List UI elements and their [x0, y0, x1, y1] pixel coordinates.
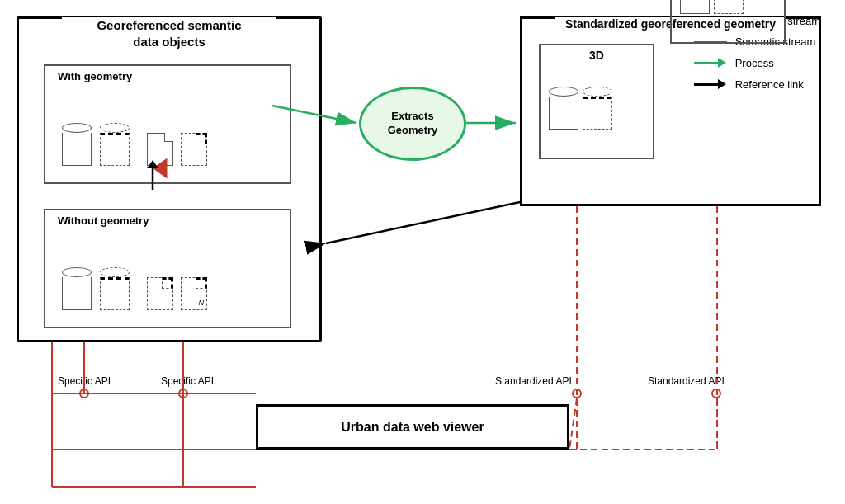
geo-semantic-box: Georeferenced semanticdata objects With … [17, 16, 322, 342]
api-circle-1 [79, 389, 89, 398]
box-3d: 3D [539, 44, 654, 159]
cyl-top-1 [62, 123, 92, 133]
doc-icon-dashed-2 [147, 277, 173, 310]
urban-viewer-box: Urban data web viewer [256, 404, 569, 450]
black-ref-arrow [326, 202, 520, 243]
standardized-api-1-label: Standardized API [495, 375, 572, 387]
cyl-top-2 [100, 123, 130, 133]
extracts-geometry-label: ExtractsGeometry [388, 110, 438, 138]
specific-api-1-label: Specific API [58, 375, 111, 387]
3d-cyl-body-1 [549, 97, 578, 130]
api-circle-4 [711, 389, 721, 398]
diagram-container: { "legend": { "geometric_stream": "Geome… [0, 0, 845, 504]
standardized-api-2-label: Standardized API [648, 375, 725, 387]
2d-cyl-2 [714, 0, 744, 14]
cyl-top-4 [100, 267, 130, 277]
db-cylinder-1 [62, 123, 92, 166]
doc-icon-dashed-3: N [181, 277, 207, 310]
cyl-body-4 [100, 277, 130, 310]
geo-semantic-title: Georeferenced semanticdata objects [62, 17, 276, 49]
cyl-body-3 [62, 277, 92, 310]
std-geo-box: Standardized georeferenced geometry 3D 2… [520, 16, 821, 206]
doc-group-2: N [143, 277, 207, 310]
api-circle-2 [178, 389, 188, 398]
cyl-body-1 [62, 133, 92, 166]
api-circle-3 [572, 389, 582, 398]
doc-group-1 [143, 133, 207, 166]
cyl-body-2 [100, 133, 130, 166]
db-cylinder-3 [62, 267, 92, 310]
with-geometry-title: With geometry [58, 70, 132, 82]
cyl-top-3 [62, 267, 92, 277]
3d-cyl-2 [583, 87, 612, 130]
2d-cyl-body-1 [680, 0, 710, 14]
without-geometry-box: Without geometry N [44, 209, 291, 328]
doc-icon-1 [147, 133, 173, 166]
3d-cyl-body-2 [583, 97, 612, 130]
doc-icon-dashed-1 [181, 133, 207, 166]
red-dashed-right-3 [569, 398, 577, 450]
3d-cyl-1 [549, 87, 578, 130]
specific-api-2-label: Specific API [161, 375, 214, 387]
2d-cyl-body-2 [714, 0, 744, 14]
box-2d: 2D [670, 0, 786, 44]
extracts-geometry-ellipse: ExtractsGeometry [359, 87, 466, 161]
3d-cyl-top-1 [549, 87, 578, 97]
without-geometry-title: Without geometry [58, 214, 149, 227]
box-3d-title: 3D [541, 45, 653, 62]
db-cylinder-4 [100, 267, 130, 310]
urban-viewer-title: Urban data web viewer [341, 420, 484, 435]
db-cylinder-2 [100, 123, 130, 166]
2d-cyl-1 [680, 0, 710, 14]
with-geometry-box: With geometry [44, 64, 291, 184]
3d-cyl-top-2 [583, 87, 612, 97]
